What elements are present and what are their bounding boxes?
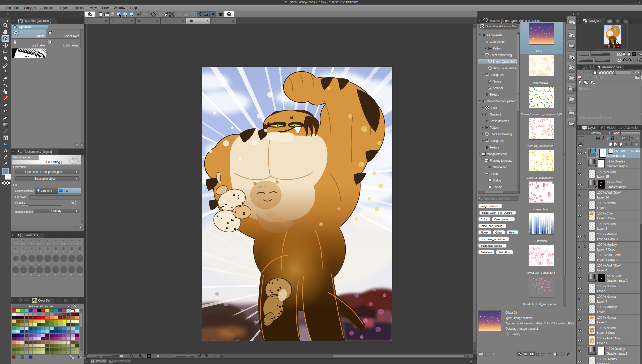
svg-text:A: A xyxy=(4,148,8,153)
svg-text:17: 17 xyxy=(632,137,633,139)
svg-text:?: ? xyxy=(228,13,230,16)
